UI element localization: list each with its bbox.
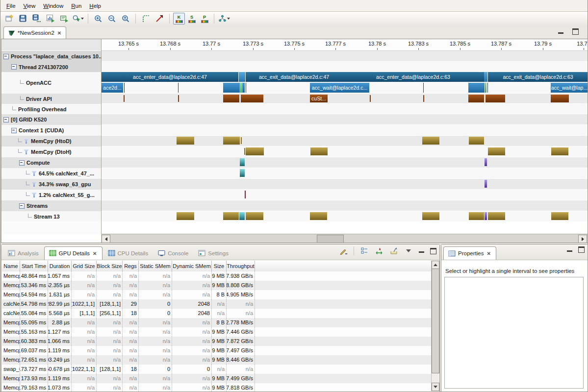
timeline-interval[interactable]	[484, 72, 487, 82]
timeline-interval[interactable]	[177, 212, 194, 220]
timeline-interval[interactable]	[469, 137, 484, 145]
timeline-interval[interactable]	[551, 95, 569, 102]
timeline-interval[interactable]: acc_enter_data@laplace2d.c:47	[102, 72, 238, 82]
timeline-interval[interactable]	[240, 158, 245, 166]
timeline-interval[interactable]	[177, 137, 194, 145]
minimize-icon[interactable]	[558, 30, 563, 34]
analysis-tree-button[interactable]	[218, 12, 230, 25]
dropdown-caret-icon[interactable]	[81, 18, 84, 20]
timeline-interval[interactable]	[245, 191, 246, 198]
tab-console[interactable]: Console	[153, 247, 193, 260]
run-application-button[interactable]	[58, 12, 71, 25]
timeline-row-context-1-cuda[interactable]: Context 1 (CUDA)	[1, 125, 101, 136]
column-header-start-time[interactable]: Start Time	[20, 261, 48, 271]
session-tab[interactable]: *NewSession2 ✕	[3, 26, 66, 39]
filter-icon[interactable]	[31, 182, 37, 187]
timeline-interval[interactable]: acc_wait@laplace2d.c...	[310, 83, 369, 93]
column-header-throughput[interactable]: Throughput	[227, 261, 255, 271]
collapse-icon[interactable]	[19, 203, 25, 209]
timeline-interval[interactable]: cuSt...	[310, 95, 328, 102]
timeline-interval[interactable]	[223, 137, 240, 145]
marker-button[interactable]	[153, 12, 166, 25]
close-icon[interactable]: ✕	[92, 251, 97, 256]
zoom-in-button[interactable]	[92, 12, 104, 25]
timeline-interval[interactable]	[485, 212, 487, 220]
timeline-interval[interactable]	[239, 72, 245, 82]
tab-gpu-details[interactable]: GPU Details✕	[44, 246, 102, 260]
save-button[interactable]	[17, 12, 29, 25]
timeline-interval[interactable]	[242, 83, 245, 93]
timeline-interval[interactable]	[468, 83, 485, 93]
timeline-row-memcpy-htod[interactable]: MemCpy (HtoD)	[1, 136, 101, 147]
timeline-interval[interactable]	[223, 212, 239, 220]
measure-button[interactable]	[139, 12, 152, 25]
timeline-mode-k-button[interactable]: K	[173, 13, 185, 24]
timeline-interval[interactable]	[124, 83, 125, 93]
timeline-row-thread-2741307200[interactable]: Thread 2741307200	[1, 62, 101, 72]
timeline-interval[interactable]	[551, 147, 568, 155]
outline-icon[interactable]	[360, 246, 369, 255]
collapse-icon[interactable]	[11, 128, 17, 133]
table-row[interactable]: Memcpy172.651 ms93.249 µsn/an/an/an/an/a…	[2, 355, 432, 365]
column-header-block-size[interactable]: Block Size	[97, 261, 123, 271]
timeline-interval[interactable]	[239, 212, 245, 220]
column-header-static-smem[interactable]: Static SMem	[139, 261, 172, 271]
table-row[interactable]: Memcpy169.037 ms1.119 msn/an/an/an/an/a9…	[2, 346, 432, 355]
column-header-name[interactable]: Name	[2, 261, 20, 271]
timeline-interval[interactable]	[246, 212, 263, 220]
column-header-dynamic-smem[interactable]: Dynamic SMem	[172, 261, 212, 271]
close-icon[interactable]: ✕	[486, 251, 491, 256]
table-row[interactable]: Memcpy155.163 ms1.127 msn/an/an/an/an/a9…	[2, 327, 432, 337]
column-header-size[interactable]: Size	[212, 261, 227, 271]
timeline-row-1-2-calcnext-55-g[interactable]: 1.2% calcNext_55_g...	[1, 190, 101, 200]
table-row[interactable]: Memcpy179.163 ms1.073 msn/an/an/an/an/a9…	[2, 383, 432, 392]
timeline-interval[interactable]	[370, 95, 371, 102]
timeline-interval[interactable]	[488, 147, 505, 155]
zoom-reset-button[interactable]	[119, 12, 132, 25]
close-icon[interactable]: ✕	[57, 30, 62, 36]
minimize-icon[interactable]	[567, 248, 572, 252]
timeline-interval[interactable]	[244, 148, 245, 155]
timeline-interval[interactable]	[485, 83, 486, 93]
table-row[interactable]: Memcpy153.346 ms52.355 µsn/an/an/an/an/a…	[2, 281, 432, 290]
timeline-interval[interactable]	[468, 95, 484, 102]
menu-view[interactable]: View	[20, 1, 40, 11]
timeline-row-compute[interactable]: Compute	[1, 157, 101, 168]
menu-file[interactable]: File	[2, 1, 20, 11]
filter-icon[interactable]	[31, 171, 37, 176]
timeline-interval[interactable]	[240, 169, 245, 177]
timeline-row-driver-api[interactable]: Driver API	[1, 94, 101, 104]
timeline-interval[interactable]: acc_exit_data@laplace2d.c:47	[246, 72, 342, 82]
tab-analysis[interactable]: Analysis	[3, 247, 43, 260]
table-row[interactable]: Memcpy154.594 ms1.631 µsn/an/an/an/an/a8…	[2, 290, 432, 299]
timeline-interval[interactable]	[485, 180, 487, 188]
timeline-interval[interactable]	[551, 212, 568, 220]
timeline-interval[interactable]	[485, 158, 487, 166]
timeline-row-64-5-calcnext-47[interactable]: 64.5% calcNext_47_...	[1, 168, 101, 179]
timeline-interval[interactable]	[124, 95, 125, 102]
scrollbar-thumb[interactable]	[317, 235, 344, 243]
table-row[interactable]: Memcpy155.095 ms2.88 µsn/an/an/an/an/a8 …	[2, 318, 432, 327]
scroll-up-button[interactable]	[432, 261, 439, 269]
timeline-row-34-3-swap-63-gpu[interactable]: 34.3% swap_63_gpu	[1, 179, 101, 190]
tab-cpu-details[interactable]: CPU Details	[103, 247, 153, 260]
collapse-icon[interactable]	[3, 117, 9, 122]
highlight-pencil-icon[interactable]	[339, 246, 348, 255]
view-menu-icon[interactable]	[404, 246, 413, 255]
timeline-mode-p-button[interactable]: P	[199, 13, 210, 24]
timeline-interval[interactable]	[241, 95, 263, 102]
timeline-interval[interactable]	[178, 95, 179, 102]
menu-window[interactable]: Window	[39, 1, 67, 11]
timeline-interval[interactable]	[486, 95, 505, 102]
zoom-out-button[interactable]	[105, 12, 118, 25]
autoscale-icon[interactable]	[375, 246, 383, 255]
timeline-interval[interactable]: acc_enter_data@laplace2d.c:63	[342, 72, 484, 82]
filter-icon[interactable]	[31, 193, 37, 197]
column-header-regs[interactable]: Regs	[123, 261, 139, 271]
scroll-right-button[interactable]	[578, 235, 587, 243]
menu-run[interactable]: Run	[67, 1, 85, 11]
new-session-button[interactable]	[3, 12, 16, 25]
save-all-button[interactable]	[30, 12, 43, 25]
filter-icon[interactable]	[24, 139, 29, 144]
table-row[interactable]: Memcpy173.93 ms1.119 msn/an/an/an/an/a9 …	[2, 374, 432, 383]
